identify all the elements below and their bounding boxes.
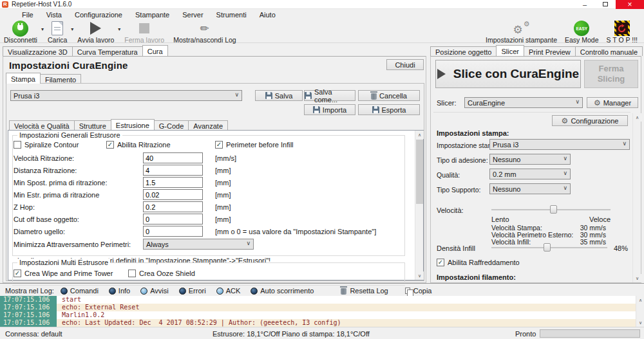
cooling-checkbox[interactable] <box>437 259 444 266</box>
infill-density-label: Densità Infill <box>437 244 475 252</box>
copy-log-button[interactable]: Copia <box>405 287 432 295</box>
slider-thumb[interactable] <box>550 205 557 214</box>
stop-slicing-button: FermaSlicing <box>584 60 638 88</box>
setting-select[interactable]: Nessuno ∨ <box>489 183 571 194</box>
delete-button[interactable]: Cancella <box>358 90 420 101</box>
field-input[interactable] <box>143 226 203 237</box>
left-tab[interactable]: Curva Temperatura <box>72 46 143 56</box>
close-button[interactable]: × <box>616 0 644 9</box>
field-input[interactable] <box>143 152 203 163</box>
checkbox[interactable] <box>14 141 21 149</box>
log-toggle[interactable]: Auto scorrimento <box>251 287 314 295</box>
setting-select[interactable]: Prusa i3 ∨ <box>489 139 630 150</box>
setting-select[interactable]: Nessuno ∨ <box>489 154 571 165</box>
configuration-button[interactable]: ⚙ Configurazione <box>552 115 628 126</box>
disconnect-button[interactable]: Disconnetti <box>4 21 37 44</box>
settings-tab[interactable]: Velocità e Qualità <box>9 120 75 130</box>
extruder-checkbox-row: Spiralize Contour Abilita Ritrazione Per… <box>14 141 400 150</box>
right-tab[interactable]: Slicer <box>496 45 524 56</box>
load-button[interactable]: Carica <box>48 21 67 44</box>
log-toggle[interactable]: Comandi <box>61 287 99 295</box>
log-toggle[interactable]: Info <box>109 287 130 295</box>
left-tab[interactable]: Visualizzazione 3D <box>3 46 73 56</box>
close-settings-button[interactable]: Chiudi <box>386 59 424 70</box>
start-job-button[interactable]: Avvia lavoro <box>77 21 114 44</box>
floppy-icon <box>265 92 272 99</box>
scroll-up-icon[interactable]: ∧ <box>415 131 424 139</box>
export-button[interactable]: Esporta <box>358 104 420 115</box>
dropdown-caret-icon[interactable]: ▾ <box>41 26 44 32</box>
scroll-down-icon[interactable]: ∨ <box>415 271 424 280</box>
settings-tab[interactable]: Strutture <box>74 120 111 130</box>
log-toggle[interactable]: ACK <box>216 287 241 295</box>
speed-slider[interactable] <box>491 205 611 214</box>
log-scrollbar[interactable]: ∧ ∨ <box>636 296 644 327</box>
save-as-button[interactable]: Salva come... <box>304 90 355 101</box>
copy-icon <box>405 288 410 294</box>
checkbox[interactable] <box>215 141 223 149</box>
scroll-down-icon[interactable]: ∨ <box>636 318 644 327</box>
field-input[interactable] <box>143 177 203 188</box>
settings-tab[interactable]: Estrusione <box>111 119 155 130</box>
settings-scrollbar[interactable]: ∧ ∨ <box>415 131 423 280</box>
toggle-log-button[interactable]: ✏ Mostra/nascondi Log <box>173 21 236 44</box>
field-input[interactable] <box>143 214 203 224</box>
progress-bar <box>540 329 640 338</box>
menu-item[interactable]: File <box>15 10 40 19</box>
right-tab[interactable]: Print Preview <box>524 46 576 56</box>
log-toggle[interactable]: Errori <box>179 287 206 295</box>
maximize-button[interactable] <box>595 0 616 9</box>
scroll-thumb[interactable] <box>416 140 423 204</box>
menu-item[interactable]: Server <box>176 10 209 19</box>
settings-tab[interactable]: Avanzate <box>188 120 228 130</box>
field-input[interactable] <box>143 165 203 176</box>
easy-mode-button[interactable]: EASY Easy Mode <box>565 21 599 44</box>
floppy-icon <box>305 92 312 99</box>
checkbox[interactable] <box>128 270 136 277</box>
checkbox[interactable] <box>106 141 114 149</box>
right-tab[interactable]: Posizione oggetto <box>430 46 497 56</box>
menu-item[interactable]: Aiuto <box>253 10 282 19</box>
menu-item[interactable]: Stampante <box>129 10 176 19</box>
cura-settings-page: Impostazioni CuraEngine Chiudi StampaFil… <box>3 56 426 283</box>
profile-select[interactable]: Prusa i3 ∨ <box>10 90 242 101</box>
field-row: Cut off base oggetto: [mm] <box>14 214 400 226</box>
reset-log-button[interactable]: Resetta Log <box>341 287 388 295</box>
emergency-stop-button[interactable]: S T O P !!! <box>607 21 638 44</box>
menu-item[interactable]: Configurazione <box>68 10 129 19</box>
log-output[interactable]: 17:07:15.106 start 17:07:15.106 echo: Ex… <box>0 296 644 327</box>
app-icon: R <box>2 1 8 8</box>
printer-settings-button[interactable]: ⚙⚙ Impostazioni stampante <box>486 21 557 44</box>
scroll-down-icon[interactable]: ∨ <box>633 274 641 282</box>
infill-density-slider[interactable] <box>491 243 607 252</box>
dropdown-caret-icon[interactable]: ▾ <box>118 26 120 32</box>
combing-select[interactable]: Always ∨ <box>143 239 254 250</box>
manager-button[interactable]: ⚙ Manager <box>587 97 638 108</box>
dropdown-caret-icon[interactable]: ▾ <box>71 26 73 32</box>
minimize-button[interactable]: – <box>574 0 595 9</box>
field-input[interactable] <box>143 189 203 200</box>
slider-thumb[interactable] <box>544 243 551 252</box>
log-toolbar: Mostra nel Log: Comandi Info Avvisi <box>0 286 644 296</box>
scroll-up-icon[interactable]: ∧ <box>633 113 641 122</box>
scroll-up-icon[interactable]: ∧ <box>636 296 644 304</box>
left-tab[interactable]: Cura <box>142 45 168 56</box>
save-button[interactable]: Salva <box>255 90 303 101</box>
field-input[interactable] <box>143 201 203 212</box>
panel-scrollbar[interactable]: ∧ ∨ <box>632 113 641 282</box>
toggle-circle-icon <box>140 288 147 295</box>
profile-tab[interactable]: Stampa <box>6 73 41 84</box>
right-tab[interactable]: Controllo manuale <box>575 46 643 56</box>
setting-select[interactable]: 0.2 mm ∨ <box>489 169 571 179</box>
menu-item[interactable]: Strumenti <box>210 10 253 19</box>
menu-item[interactable]: Vista <box>40 10 68 19</box>
settings-tab[interactable]: G-Code <box>154 120 189 130</box>
cooling-checkbox-item: Abilita Raffreddamento <box>437 259 520 266</box>
checkbox[interactable] <box>14 270 21 277</box>
log-toggle[interactable]: Avvisi <box>140 287 169 295</box>
slice-button[interactable]: Slice con CuraEngine <box>435 60 581 88</box>
slicer-select[interactable]: CuraEngine ∨ <box>464 97 583 108</box>
setting-row: Qualità: 0.2 mm ∨ <box>437 169 630 183</box>
profile-tab[interactable]: Filamento <box>40 74 81 84</box>
import-button[interactable]: Importa <box>304 104 355 115</box>
